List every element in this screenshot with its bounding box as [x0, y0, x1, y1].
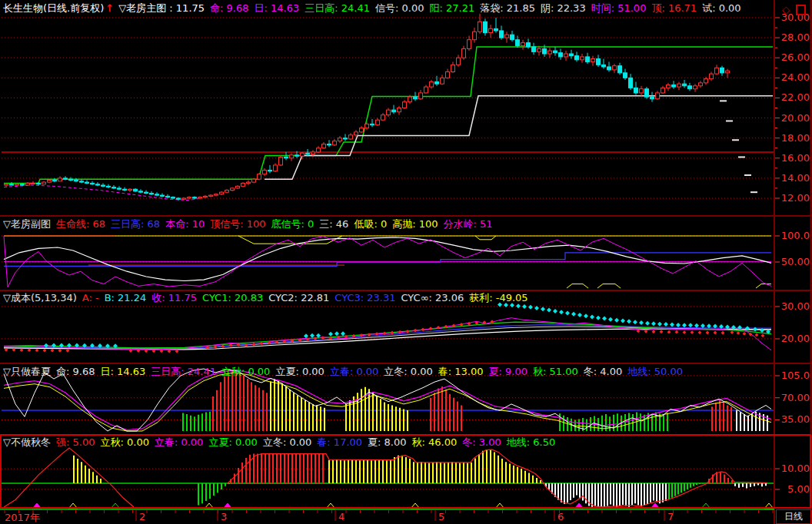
year-label: 2017年 — [5, 511, 40, 524]
axis-price-label: 14.00 — [776, 172, 810, 184]
panel2-header: ▽老房副图生命线: 68三日高: 68本命: 10顶信号: 100底信号: 0三… — [3, 218, 498, 230]
indicator-value: 立春: 0.00 — [155, 436, 203, 448]
indicator-value: 冬: 3.00 — [462, 436, 501, 448]
axis-price-label: 12.00 — [776, 192, 810, 204]
month-label: 2 — [139, 511, 145, 522]
autumn-winter-bars — [735, 483, 766, 488]
tdx-chart-window: 长生生物(日线.前复权)↑▽老房主图 : 11.75命: 9.68日: 14.6… — [0, 0, 812, 524]
dixi-shape — [756, 284, 771, 288]
gaopao-dip — [475, 236, 496, 240]
indicator-value: 收: 11.75 — [151, 292, 197, 303]
axis-price-label: 35.00 — [776, 413, 810, 425]
indicator-value: 信号: 0.00 — [375, 2, 424, 14]
indicator-value: 立夏: 0.00 — [208, 436, 257, 448]
axis-price-label: 100.0 — [776, 230, 810, 241]
indicator-value: CYC1: 20.83 — [202, 292, 263, 303]
indicator-value: 日: 14.63 — [255, 2, 300, 14]
indicator-value: 强: 5.00 — [56, 436, 95, 448]
panel-title[interactable]: ▽只做春夏 — [3, 366, 51, 377]
axis-price-label: 26.00 — [776, 51, 810, 63]
titlebar-icons: ◇ — [782, 2, 806, 16]
indicator-value: 三日高: 24.41 — [304, 2, 370, 14]
main-indicator-price: 11.75 — [176, 2, 205, 14]
axis-price-label: 28.00 — [776, 32, 810, 43]
indicator-value: 分水岭: 51 — [444, 218, 493, 230]
yin-step-line — [265, 96, 773, 179]
threeday-high-line — [4, 253, 771, 267]
period-daily-box[interactable]: 日线 — [776, 509, 811, 524]
indicator-value: 夏: 8.00 — [368, 436, 406, 448]
indicator-value: A: - — [82, 292, 99, 303]
indicator-value: 立秋: 0.00 — [100, 436, 148, 448]
axis-price-label: 50.00 — [776, 256, 810, 267]
up-arrow-icon: ↑ — [105, 2, 114, 14]
axis-price-label: 18.00 — [776, 132, 810, 144]
indicator-value: 立秋: 0.00 — [221, 366, 270, 377]
panel5-header: ▽不做秋冬强: 5.00立秋: 0.00立春: 0.00立夏: 0.00立冬: … — [3, 436, 561, 449]
title-bar: 长生生物(日线.前复权)↑▽老房主图 : 11.75命: 9.68日: 14.6… — [3, 2, 747, 15]
axis-price-label: 70.00 — [776, 392, 810, 403]
indicator-value: 日: 14.63 — [100, 366, 145, 377]
indicator-value: 夏: 9.00 — [489, 366, 527, 377]
autumn-winter-bars — [74, 456, 101, 483]
indicator-value: 本命: 10 — [165, 218, 205, 230]
indicator-value: B: 21.24 — [105, 292, 147, 303]
axis-price-label: 20.00 — [776, 112, 810, 124]
dixi-shape — [597, 284, 621, 288]
indicator-value: 秋: 51.00 — [533, 366, 578, 377]
axis-price-label: 24.00 — [776, 71, 810, 83]
autumn-winter-bars — [329, 449, 541, 483]
indicator-value: 顶信号: 100 — [210, 218, 265, 230]
diamond-icon[interactable]: ◇ — [782, 4, 790, 15]
month-label: 3 — [221, 511, 227, 522]
axis-price-label: 10.00 — [776, 463, 810, 474]
panel-title[interactable]: ▽不做秋冬 — [3, 436, 51, 448]
axis-price-label: 22.00 — [776, 91, 810, 103]
axis-price-label: 30.00 — [776, 300, 810, 312]
season-bars — [431, 386, 461, 431]
indicator-value: 低吸: 0 — [354, 218, 387, 230]
indicator-value: 春: 13.00 — [438, 366, 484, 377]
cyc2-line — [4, 327, 771, 349]
indicator-value: 立夏: 0.00 — [275, 366, 324, 377]
season-bars — [712, 400, 731, 431]
indicator-value: 立春: 0.00 — [330, 366, 378, 377]
indicator-value: CYC2: 22.81 — [268, 292, 329, 303]
indicator-value: 阴: 22.33 — [541, 2, 586, 14]
window-icon[interactable] — [796, 5, 806, 15]
life-curve — [4, 237, 771, 281]
indicator-value: 秋: 46.00 — [412, 436, 458, 448]
indicator-value: 时间: 51.00 — [591, 2, 647, 14]
main-indicator-value: : — [166, 2, 176, 14]
panel-title[interactable]: ▽成本(5,13,34) — [3, 292, 77, 303]
indicator-value: CYC∞: 23.06 — [401, 292, 464, 303]
main-indicator-label[interactable]: ▽老房主图 — [118, 2, 166, 14]
indicator-value: 三日高: 68 — [111, 218, 160, 230]
panel-title[interactable]: ▽老房副图 — [3, 218, 51, 230]
axis-price-label: 16.00 — [776, 152, 810, 164]
indicator-value: 地线: 6.50 — [507, 436, 555, 448]
axis-price-label: 105.0 — [776, 370, 810, 381]
indicator-value: 三日高: 24.41 — [151, 366, 216, 377]
panel4-header: ▽只做春夏命: 9.68日: 14.63三日高: 24.41立秋: 0.00立夏… — [3, 366, 688, 378]
indicator-value: 地线: 50.00 — [627, 366, 683, 377]
cyc-inf-line — [4, 329, 771, 350]
autumn-winter-bars — [198, 483, 229, 506]
indicator-value: 落袋: 21.85 — [480, 2, 535, 14]
month-label: 7 — [667, 511, 674, 522]
axis-price-label: 5.00 — [776, 483, 810, 495]
season-bars — [346, 387, 408, 431]
indicator-value: 底信号: 0 — [271, 218, 314, 230]
month-label: 6 — [557, 511, 564, 522]
season-bars — [213, 370, 267, 431]
panel3-header: ▽成本(5,13,34)A: -B: 21.24收: 11.75CYC1: 20… — [3, 292, 534, 304]
main-candles — [5, 14, 730, 201]
strength-triangle — [4, 448, 134, 507]
indicator-value: 立冬: 0.00 — [263, 436, 311, 448]
indicator-value: 试: 0.00 — [702, 2, 740, 14]
indicator-value: CYC3: 23.31 — [334, 292, 395, 303]
cost-cyan-dots — [44, 302, 770, 348]
indicator-value: 立冬: 0.00 — [384, 366, 432, 377]
indicator-value: 三: 46 — [319, 218, 348, 230]
stock-title: 长生生物(日线.前复权) — [3, 2, 104, 14]
